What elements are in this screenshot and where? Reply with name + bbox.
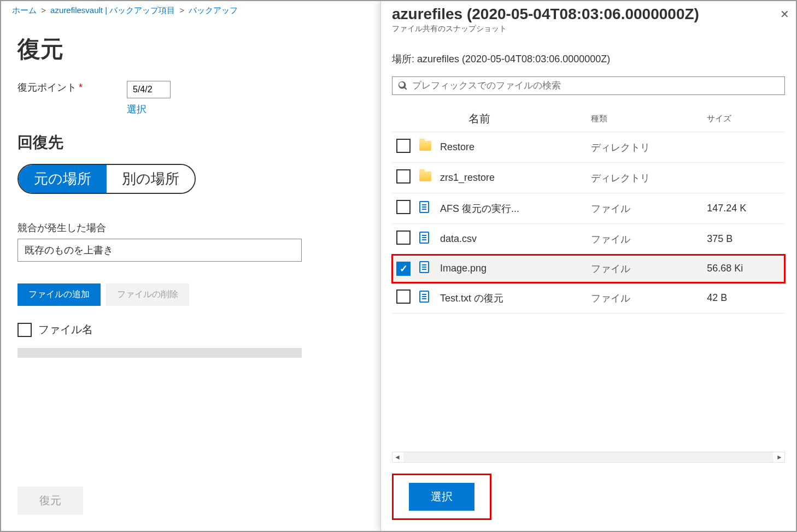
add-file-button[interactable]: ファイルの追加 — [17, 283, 101, 306]
delete-file-button: ファイルの削除 — [106, 283, 189, 306]
location-text: 場所: azurefiles (2020-05-04T08:03:06.0000… — [392, 52, 785, 66]
conflict-select[interactable]: 既存のものを上書き — [17, 239, 302, 262]
file-icon — [419, 232, 429, 244]
row-checkbox[interactable] — [396, 230, 411, 245]
breadcrumb-vault[interactable]: azurefilesvault | バックアップ項目 — [50, 5, 175, 15]
file-size: 147.24 K — [702, 193, 785, 224]
blade-subtitle: ファイル共有のスナップショット — [392, 24, 785, 34]
blade-title: azurefiles (2020-05-04T08:03:06.0000000Z… — [392, 5, 785, 23]
restore-panel: 復元 復元ポイント* 選択 回復先 元の場所 別の場所 競合が発生した場合 既存… — [1, 23, 318, 369]
horizontal-scrollbar[interactable] — [17, 348, 302, 358]
col-name[interactable]: 名前 — [436, 106, 587, 132]
select-button[interactable]: 選択 — [409, 483, 474, 511]
file-name[interactable]: Test.txt の復元 — [436, 283, 587, 314]
folder-icon — [419, 141, 431, 151]
col-size[interactable]: サイズ — [702, 106, 785, 132]
file-name[interactable]: zrs1_restore — [436, 163, 587, 193]
pill-original-location[interactable]: 元の場所 — [19, 165, 107, 193]
table-row[interactable]: Image.pngファイル56.68 Ki — [392, 255, 785, 283]
file-size: 42 B — [702, 283, 785, 314]
file-type: ファイル — [587, 224, 702, 255]
file-size — [702, 132, 785, 163]
file-icon — [419, 291, 429, 303]
table-row[interactable]: data.csvファイル375 B — [392, 224, 785, 255]
breadcrumb-sep: > — [41, 5, 46, 15]
filename-checkbox[interactable] — [17, 323, 32, 337]
table-row[interactable]: zrs1_restoreディレクトリ — [392, 163, 785, 193]
breadcrumb-backup[interactable]: バックアッフ — [189, 5, 238, 15]
breadcrumb-home[interactable]: ホーム — [12, 5, 37, 15]
table-scrollbar[interactable]: ◄ ► — [392, 452, 785, 463]
file-icon — [419, 201, 429, 213]
table-row[interactable]: AFS 復元の実行...ファイル147.24 K — [392, 193, 785, 224]
file-type: ディレクトリ — [587, 132, 702, 163]
location-toggle: 元の場所 別の場所 — [17, 164, 196, 194]
filename-label: ファイル名 — [38, 322, 93, 337]
file-type: ファイル — [587, 255, 702, 283]
file-size — [702, 163, 785, 193]
page-title: 復元 — [17, 34, 302, 64]
search-input[interactable] — [408, 80, 779, 91]
file-name[interactable]: Image.png — [436, 255, 587, 283]
close-icon[interactable]: ✕ — [780, 8, 789, 21]
recover-destination-title: 回復先 — [17, 132, 302, 153]
search-icon — [398, 81, 408, 91]
file-name[interactable]: AFS 復元の実行... — [436, 193, 587, 224]
file-table: 名前 種類 サイズ Restoreディレクトリzrs1_restoreディレクト… — [392, 106, 785, 314]
scroll-left-icon[interactable]: ◄ — [392, 453, 402, 461]
row-checkbox[interactable] — [396, 289, 411, 304]
row-checkbox[interactable] — [396, 169, 411, 184]
file-type: ディレクトリ — [587, 163, 702, 193]
breadcrumb-sep: > — [179, 5, 184, 15]
file-type: ファイル — [587, 193, 702, 224]
select-restore-point-link[interactable]: 選択 — [127, 103, 302, 116]
row-checkbox[interactable] — [396, 200, 411, 214]
file-icon — [419, 261, 429, 273]
select-button-highlight: 選択 — [392, 474, 491, 520]
file-size: 375 B — [702, 224, 785, 255]
table-row[interactable]: Restoreディレクトリ — [392, 132, 785, 163]
file-name[interactable]: Restore — [436, 132, 587, 163]
file-size: 56.68 Ki — [702, 255, 785, 283]
scroll-right-icon[interactable]: ► — [775, 453, 784, 461]
row-checkbox[interactable] — [396, 262, 411, 276]
file-type: ファイル — [587, 283, 702, 314]
file-name[interactable]: data.csv — [436, 224, 587, 255]
restore-point-input[interactable] — [127, 81, 171, 98]
conflict-label: 競合が発生した場合 — [17, 221, 302, 234]
scroll-track[interactable] — [403, 452, 773, 462]
folder-icon — [419, 172, 431, 181]
restore-button: 復元 — [17, 487, 83, 515]
search-box[interactable] — [392, 76, 785, 95]
row-checkbox[interactable] — [396, 139, 411, 153]
table-row[interactable]: Test.txt の復元ファイル42 B — [392, 283, 785, 314]
pill-alternate-location[interactable]: 別の場所 — [107, 165, 195, 193]
col-type[interactable]: 種類 — [587, 106, 702, 132]
restore-point-label: 復元ポイント* — [17, 81, 127, 94]
snapshot-blade: ✕ azurefiles (2020-05-04T08:03:06.000000… — [380, 1, 796, 531]
